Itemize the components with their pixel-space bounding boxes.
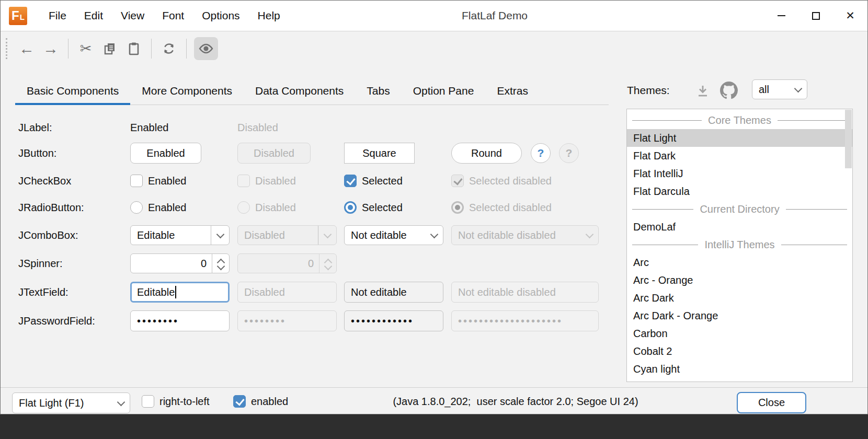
close-icon: ✕ — [846, 9, 855, 22]
theme-filter-combobox[interactable]: all — [752, 79, 807, 99]
enabled-checkbox[interactable]: enabled — [233, 388, 288, 415]
textfield-not-editable[interactable]: Not editable — [344, 282, 443, 303]
textfield-disabled: Disabled — [237, 282, 337, 303]
tab-data-components[interactable]: Data Components — [244, 77, 355, 105]
copy-icon — [103, 42, 117, 55]
textfield-value: Not editable disabled — [458, 286, 556, 298]
checkbox-label: Disabled — [255, 175, 296, 187]
window-title: FlatLaf Demo — [462, 1, 528, 31]
eye-toggle-button[interactable] — [194, 37, 218, 60]
menu-edit[interactable]: Edit — [75, 1, 112, 31]
spinner-value: 0 — [238, 258, 319, 270]
textfield-editable[interactable]: Editable — [130, 282, 230, 303]
laf-combobox[interactable]: Flat Light (F1) — [12, 392, 130, 413]
textfield-value: Disabled — [244, 286, 285, 298]
jradiobutton-row: JRadioButton: Enabled Disabled Selected … — [1, 197, 609, 218]
spinner-arrows[interactable] — [212, 254, 229, 273]
spinner-enabled[interactable]: 0 — [130, 253, 230, 273]
checkbox-label: right-to-left — [159, 396, 210, 408]
radio-disabled: Disabled — [237, 201, 296, 214]
theme-list-item[interactable]: Cobalt 2 — [627, 342, 852, 360]
combobox-not-editable[interactable]: Not editable — [344, 225, 443, 245]
maximize-button[interactable] — [798, 1, 833, 31]
tab-extras[interactable]: Extras — [485, 77, 540, 105]
theme-list-item[interactable]: Arc Dark - Orange — [627, 307, 852, 325]
theme-list-item[interactable]: Flat Light — [627, 129, 852, 147]
jtextfield-row-label: JTextField: — [18, 286, 68, 298]
tab-basic-components[interactable]: Basic Components — [15, 77, 130, 105]
combobox-editable[interactable]: Editable — [130, 225, 230, 245]
square-button[interactable]: Square — [344, 143, 415, 164]
spinner-arrows — [319, 254, 336, 273]
download-themes-button[interactable] — [694, 83, 712, 99]
checkbox-selected-disabled: Selected disabled — [451, 175, 552, 187]
jbutton-row-label: JButton: — [18, 147, 56, 159]
jcombobox-row: JComboBox: Editable Disabled Not editabl… — [1, 225, 609, 245]
theme-list-separator: Core Themes — [627, 111, 852, 129]
separator-label: IntelliJ Themes — [704, 239, 774, 251]
toolbar-drag-handle[interactable] — [6, 38, 7, 59]
text-caret — [175, 286, 176, 298]
cut-button[interactable]: ✂ — [74, 37, 98, 60]
theme-list-item[interactable]: Arc - Orange — [627, 271, 852, 289]
menu-view[interactable]: View — [112, 1, 153, 31]
refresh-button[interactable] — [157, 37, 181, 60]
checkbox-icon — [237, 175, 250, 187]
help-button[interactable]: ? — [531, 143, 551, 163]
right-to-left-checkbox[interactable]: right-to-left — [142, 388, 210, 415]
checkbox-label: Selected disabled — [469, 175, 552, 187]
minimize-button[interactable] — [764, 1, 798, 31]
checkbox-disabled: Disabled — [237, 175, 296, 187]
tab-option-pane[interactable]: Option Pane — [402, 77, 486, 105]
theme-list-separator: Current Directory — [627, 200, 852, 218]
github-button[interactable] — [719, 81, 739, 100]
paste-button[interactable] — [122, 37, 146, 60]
checkbox-icon — [130, 175, 143, 187]
enabled-button[interactable]: Enabled — [130, 143, 201, 164]
checkbox-checked-icon — [233, 395, 246, 408]
copy-button[interactable] — [98, 37, 122, 60]
theme-list-item[interactable]: Arc — [627, 253, 852, 271]
jcombobox-row-label: JComboBox: — [18, 229, 78, 241]
maximize-icon — [812, 12, 820, 20]
menu-options[interactable]: Options — [193, 1, 248, 31]
jbutton-row: JButton: Enabled Disabled Square Round ?… — [1, 143, 609, 164]
radio-selected[interactable]: Selected — [344, 201, 403, 214]
round-button[interactable]: Round — [451, 143, 522, 164]
checkbox-label: Enabled — [148, 175, 186, 187]
tab-more-components[interactable]: More Components — [130, 77, 244, 105]
theme-list-item[interactable]: Flat Darcula — [627, 182, 852, 200]
checkbox-enabled[interactable]: Enabled — [130, 175, 186, 187]
forward-button[interactable]: → — [39, 37, 63, 60]
theme-list-scrollbar-thumb[interactable] — [845, 110, 852, 168]
refresh-icon — [162, 42, 176, 55]
passwordfield-editable[interactable]: •••••••• — [130, 310, 230, 331]
window-controls: ✕ — [764, 1, 867, 31]
passwordfield-not-editable-disabled: •••••••••••••••••••• — [451, 310, 599, 331]
logo-letter-l: L — [20, 9, 25, 25]
theme-list-item[interactable]: Flat IntelliJ — [627, 165, 852, 182]
theme-list-item[interactable]: Carbon — [627, 325, 852, 342]
themes-label: Themes: — [627, 84, 670, 97]
laf-combobox-value: Flat Light (F1) — [13, 397, 112, 409]
passwordfield-not-editable[interactable]: •••••••••••• — [344, 310, 443, 331]
theme-list-item[interactable]: Flat Dark — [627, 147, 852, 165]
menu-file[interactable]: File — [40, 1, 75, 31]
checkbox-selected[interactable]: Selected — [344, 175, 403, 187]
combobox-value: Disabled — [238, 229, 318, 241]
theme-list-item[interactable]: DemoLaf — [627, 218, 852, 236]
combobox-value: Editable — [131, 229, 211, 241]
theme-list-item[interactable]: Cyan light — [627, 360, 852, 378]
back-button[interactable]: ← — [15, 37, 39, 60]
combobox-value: Not editable disabled — [452, 229, 580, 241]
textfield-not-editable-disabled: Not editable disabled — [451, 282, 599, 303]
theme-list-item[interactable]: Arc Dark — [627, 289, 852, 307]
radio-enabled[interactable]: Enabled — [130, 201, 186, 214]
menu-help[interactable]: Help — [249, 1, 289, 31]
tab-tabs[interactable]: Tabs — [355, 77, 401, 105]
password-dots: •••••••••••• — [351, 315, 414, 327]
status-bar: Flat Light (F1) right-to-left enabled (J… — [1, 387, 867, 415]
menu-font[interactable]: Font — [153, 1, 193, 31]
close-window-button[interactable]: ✕ — [833, 1, 867, 31]
close-button[interactable]: Close — [737, 392, 806, 413]
